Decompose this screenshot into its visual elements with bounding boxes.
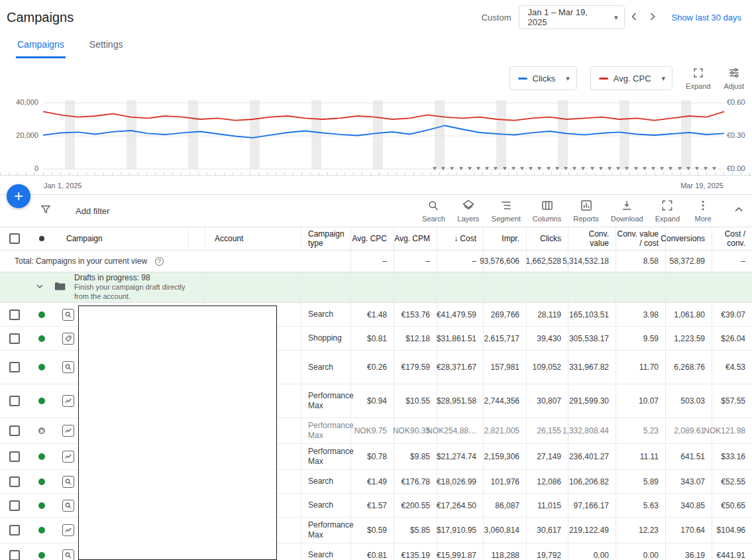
- download-button[interactable]: Download: [605, 199, 649, 223]
- avg-cpm-cell: €200.55: [394, 494, 437, 517]
- column-header-conv-value[interactable]: Conv. value: [568, 227, 616, 250]
- annotation-marker-icon[interactable]: [476, 167, 480, 170]
- column-header-conv-value-cost[interactable]: Conv. value / cost: [616, 227, 666, 250]
- chevron-down-icon[interactable]: [34, 281, 45, 294]
- next-period-button[interactable]: [643, 8, 662, 27]
- help-icon[interactable]: ?: [155, 257, 164, 266]
- conv-value-cell: 165,103.51: [568, 303, 616, 326]
- conversions-cell: 1,061.80: [666, 303, 712, 326]
- expand-chart-button[interactable]: Expand: [686, 67, 710, 90]
- annotation-marker-icon[interactable]: [555, 167, 559, 170]
- column-header-campaign[interactable]: Campaign: [54, 227, 189, 250]
- search-campaign-type-icon: [62, 500, 74, 512]
- add-filter-button[interactable]: Add filter: [40, 203, 109, 218]
- annotation-marker-icon[interactable]: [564, 167, 568, 170]
- metric-selector-clicks[interactable]: Clicks ▾: [510, 66, 577, 90]
- sort-descending-icon: ↓: [454, 234, 458, 243]
- annotation-marker-icon[interactable]: [450, 167, 454, 170]
- annotation-marker-icon[interactable]: [590, 167, 594, 170]
- row-checkbox[interactable]: [9, 476, 20, 487]
- column-header-cost-conv[interactable]: Cost / conv.: [712, 227, 752, 251]
- annotation-marker-icon[interactable]: [660, 167, 664, 170]
- annotation-marker-icon[interactable]: [485, 167, 489, 170]
- row-checkbox[interactable]: [9, 500, 20, 511]
- annotation-marker-icon[interactable]: [459, 167, 463, 170]
- annotation-marker-icon[interactable]: [686, 167, 690, 170]
- select-all-checkbox[interactable]: [9, 233, 20, 244]
- annotation-marker-icon[interactable]: [433, 167, 437, 170]
- row-checkbox[interactable]: [9, 525, 20, 535]
- table-toolbar: Add filter Search Layers Segment Columns…: [0, 195, 752, 227]
- x-axis-end-label: Mar 19, 2025: [680, 182, 724, 190]
- column-header-campaign-type[interactable]: Campaign type: [301, 227, 351, 250]
- annotation-marker-icon[interactable]: [625, 167, 629, 170]
- annotation-marker-icon[interactable]: [468, 167, 472, 170]
- annotation-marker-icon[interactable]: [678, 167, 682, 170]
- annotation-marker-icon[interactable]: [712, 167, 716, 170]
- annotation-marker-icon[interactable]: [643, 167, 647, 170]
- column-header-clicks[interactable]: Clicks: [527, 227, 568, 250]
- campaign-type-cell: Performance Max: [301, 418, 351, 443]
- annotation-marker-icon[interactable]: [669, 167, 672, 170]
- annotation-marker-icon[interactable]: [695, 167, 699, 170]
- more-button[interactable]: More: [686, 199, 720, 223]
- reports-button[interactable]: Reports: [567, 199, 605, 223]
- chart-time-scrollbar[interactable]: [0, 172, 752, 176]
- conv-value-cost-cell: 0.00: [616, 543, 666, 560]
- conv-value-cost-cell: 5.63: [616, 494, 666, 517]
- annotation-marker-icon[interactable]: [651, 167, 655, 170]
- annotation-marker-icon[interactable]: [616, 167, 620, 170]
- cost-per-conv-cell: €39.07: [712, 303, 752, 326]
- previous-period-button[interactable]: [625, 8, 643, 27]
- row-checkbox[interactable]: [9, 451, 20, 462]
- row-checkbox[interactable]: [9, 396, 20, 406]
- annotation-marker-icon[interactable]: [704, 167, 708, 170]
- adjust-chart-button[interactable]: Adjust: [724, 67, 744, 90]
- annotation-marker-icon[interactable]: [529, 167, 533, 170]
- tab-settings[interactable]: Settings: [88, 39, 125, 58]
- annotation-marker-icon[interactable]: [441, 167, 445, 170]
- chevron-down-icon: ▾: [614, 13, 618, 22]
- date-range-selector[interactable]: Jan 1 – Mar 19, 2025 ▾: [519, 5, 625, 29]
- column-header-account[interactable]: Account: [205, 227, 301, 250]
- annotation-marker-icon[interactable]: [520, 167, 524, 170]
- column-header-avg-cpc[interactable]: Avg. CPC: [351, 227, 394, 250]
- column-header-impr[interactable]: Impr.: [484, 227, 527, 250]
- annotation-marker-icon[interactable]: [599, 167, 603, 170]
- annotation-marker-icon[interactable]: [608, 167, 612, 170]
- row-checkbox[interactable]: [9, 550, 20, 560]
- avg-cpc-cell: €1.48: [351, 303, 394, 326]
- drafts-in-progress-row[interactable]: Drafts in progress: 98 Finish your campa…: [0, 272, 752, 303]
- column-header-avg-cpm[interactable]: Avg. CPM: [394, 227, 437, 250]
- expand-table-button[interactable]: Expand: [649, 199, 686, 223]
- annotation-marker-icon[interactable]: [581, 167, 585, 170]
- search-button[interactable]: Search: [416, 199, 451, 223]
- layers-button[interactable]: Layers: [451, 199, 486, 223]
- annotation-marker-icon[interactable]: [511, 167, 515, 170]
- columns-button[interactable]: Columns: [527, 199, 567, 223]
- annotation-marker-icon[interactable]: [572, 167, 576, 170]
- column-header-conversions[interactable]: Conversions: [666, 227, 712, 250]
- collapse-table-button[interactable]: [729, 201, 748, 221]
- status-column-header-icon[interactable]: [39, 236, 44, 241]
- new-campaign-plus-button[interactable]: +: [7, 184, 30, 208]
- conv-value-cost-cell: 9.59: [616, 327, 666, 350]
- annotation-marker-icon[interactable]: [547, 167, 551, 170]
- annotation-marker-icon[interactable]: [503, 167, 507, 170]
- annotation-marker-icon[interactable]: [494, 167, 498, 170]
- row-checkbox[interactable]: [9, 333, 20, 344]
- clicks-cell: 30,617: [527, 518, 568, 543]
- segment-button[interactable]: Segment: [486, 199, 527, 223]
- avg-cpc-cell: NOK9.75: [351, 418, 394, 443]
- show-last-30-days-link[interactable]: Show last 30 days: [671, 13, 741, 23]
- annotation-marker-icon[interactable]: [537, 167, 541, 170]
- annotation-marker-icon[interactable]: [634, 167, 638, 170]
- metric-selector-avg-cpc[interactable]: Avg. CPC ▾: [590, 66, 672, 90]
- tab-campaigns[interactable]: Campaigns: [16, 39, 66, 58]
- more-vertical-icon: [696, 199, 710, 213]
- row-checkbox[interactable]: [9, 425, 20, 436]
- row-checkbox[interactable]: [9, 362, 20, 372]
- avg-cpc-cell: $0.94: [351, 384, 394, 418]
- row-checkbox[interactable]: [9, 309, 20, 320]
- column-header-cost[interactable]: ↓ Cost: [437, 227, 484, 250]
